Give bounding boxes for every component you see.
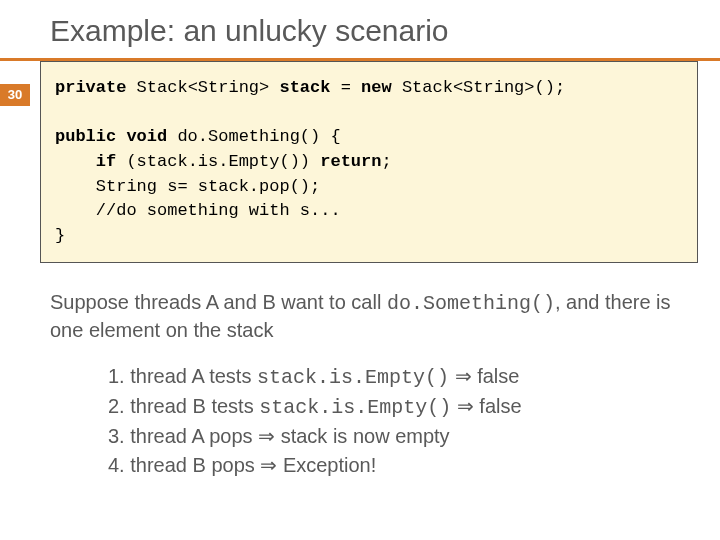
code-text: = [330,78,361,97]
list-item: 1. thread A tests stack.is.Empty() ⇒ fal… [108,362,720,392]
step-code: stack.is.Empty() [257,366,449,389]
list-item: 4. thread B pops ⇒ Exception! [108,451,720,480]
code-kw: if [55,152,116,171]
code-kw: stack [279,78,330,97]
step-text: 4. thread B pops ⇒ Exception! [108,454,376,476]
code-text: } [55,226,65,245]
step-code: stack.is.Empty() [259,396,451,419]
body-code: do.Something() [387,292,555,315]
step-text: 2. thread B tests [108,395,259,417]
body-paragraph: Suppose threads A and B want to call do.… [50,289,680,344]
page-number: 30 [0,84,30,106]
list-item: 2. thread B tests stack.is.Empty() ⇒ fal… [108,392,720,422]
body-text: Suppose threads A and B want to call [50,291,387,313]
code-kw: private [55,78,126,97]
code-text: ; [381,152,391,171]
slide-title: Example: an unlucky scenario [50,14,720,48]
steps-list: 1. thread A tests stack.is.Empty() ⇒ fal… [108,362,720,480]
code-text: (stack.is.Empty()) [116,152,320,171]
step-text: ⇒ false [449,365,519,387]
list-item: 3. thread A pops ⇒ stack is now empty [108,422,720,451]
code-kw: public void [55,127,167,146]
code-text: //do something with s... [55,201,341,220]
code-text: Stack<String> [126,78,279,97]
step-text: 1. thread A tests [108,365,257,387]
step-text: 3. thread A pops ⇒ stack is now empty [108,425,450,447]
title-region: Example: an unlucky scenario [0,0,720,58]
code-kw: return [320,152,381,171]
step-text: ⇒ false [451,395,521,417]
code-kw: new [361,78,392,97]
code-block: private Stack<String> stack = new Stack<… [40,61,698,263]
code-text: String s= stack.pop(); [55,177,320,196]
code-text: do.Something() { [167,127,340,146]
code-text: Stack<String>(); [392,78,565,97]
